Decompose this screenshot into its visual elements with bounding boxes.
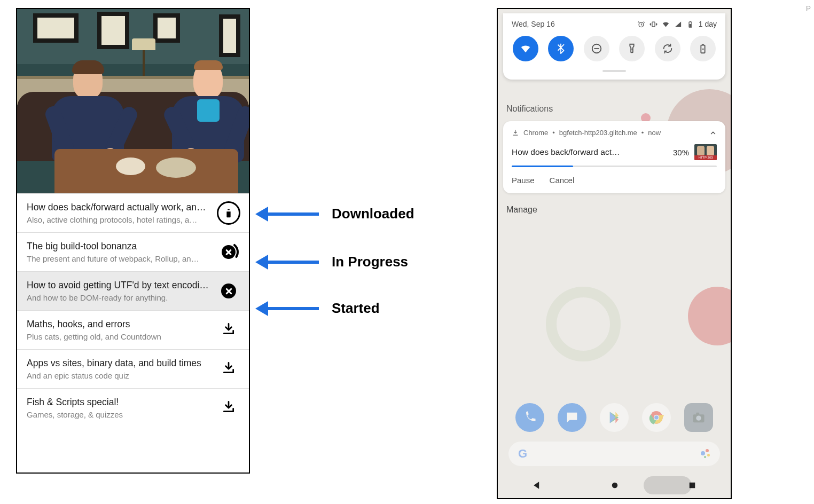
qs-tile-flashlight[interactable]: [619, 36, 645, 61]
episode-title: Apps vs sites, binary data, and build ti…: [27, 358, 212, 369]
google-search-bar[interactable]: G: [508, 442, 720, 466]
episode-subtitle: Games, storage, & quizzes: [27, 410, 212, 419]
wifi-icon: [662, 20, 670, 28]
system-nav-bar: [498, 472, 731, 498]
episode-row[interactable]: The big build-tool bonanzaThe present an…: [17, 232, 249, 271]
annotation-downloaded: Downloaded: [255, 206, 414, 222]
signal-icon: [674, 20, 682, 28]
episode-row[interactable]: Apps vs sites, binary data, and build ti…: [17, 349, 249, 388]
episode-list: How does back/forward actually work, an……: [17, 193, 249, 427]
episode-subtitle: And how to be DOM-ready for anything.: [27, 293, 212, 302]
podcast-app-screenshot: How does back/forward actually work, an……: [16, 8, 250, 474]
arrow-left-icon: [255, 207, 268, 222]
svg-rect-15: [696, 413, 700, 415]
svg-point-14: [696, 416, 701, 421]
download-icon[interactable]: [222, 322, 236, 338]
page-crop-marker: P: [806, 4, 811, 13]
chrome-app-icon[interactable]: [642, 403, 671, 432]
android-notification-screenshot: Wed, Sep 16 1 day Notifications Chrome •…: [497, 8, 732, 499]
episode-title: How does back/forward actually work, an…: [27, 202, 212, 213]
download-icon[interactable]: [222, 400, 236, 416]
annotation-label: Downloaded: [332, 206, 414, 222]
episode-title: The big build-tool bonanza: [27, 241, 212, 252]
battery-icon: [686, 20, 694, 28]
episode-subtitle: Plus cats, getting old, and Countdown: [27, 332, 212, 341]
episode-action[interactable]: [217, 357, 240, 381]
episode-row[interactable]: How to avoid getting UTF'd by text encod…: [17, 271, 249, 310]
svg-point-12: [654, 415, 659, 420]
vibrate-icon: [649, 20, 658, 28]
alarm-icon: [637, 20, 645, 28]
battery-text: 1 day: [699, 20, 717, 28]
qs-tile-wifi[interactable]: [513, 36, 538, 61]
svg-rect-4: [690, 21, 691, 21]
arrow-left-icon: [255, 255, 268, 270]
episode-action[interactable]: [217, 279, 240, 303]
download-notification[interactable]: Chrome • bgfetch-http203.glitch.me • now…: [503, 121, 725, 193]
delete-download-icon[interactable]: [217, 201, 240, 225]
svg-rect-5: [689, 23, 691, 27]
episode-subtitle: Also, active clothing protocols, hotel r…: [27, 215, 212, 224]
episode-action[interactable]: [217, 396, 240, 420]
qs-tile-dnd[interactable]: [584, 36, 609, 61]
svg-point-7: [631, 49, 632, 50]
nav-back-icon[interactable]: [531, 480, 542, 491]
panel-drag-handle[interactable]: [602, 70, 626, 72]
notification-time: now: [648, 129, 661, 137]
episode-row[interactable]: Fish & Scripts special!Games, storage, &…: [17, 388, 249, 427]
progress-bar: [512, 166, 717, 167]
phone-app-icon[interactable]: [515, 403, 544, 432]
notification-source: bgfetch-http203.glitch.me: [559, 129, 637, 137]
annotation-started: Started: [255, 300, 380, 317]
episode-row[interactable]: How does back/forward actually work, an……: [17, 193, 249, 232]
episode-action[interactable]: [217, 240, 240, 264]
download-icon: [512, 129, 519, 137]
notification-app: Chrome: [523, 129, 548, 137]
arrow-left-icon: [255, 301, 268, 316]
manage-button[interactable]: Manage: [503, 193, 725, 226]
episode-hero-image: [17, 9, 249, 193]
episode-subtitle: The present and future of webpack, Rollu…: [27, 254, 212, 263]
cancel-download-progress-icon[interactable]: [218, 241, 239, 263]
svg-point-16: [612, 483, 618, 489]
status-icons: 1 day: [637, 20, 717, 28]
nav-home-icon[interactable]: [610, 481, 620, 490]
annotation-label: Started: [332, 300, 380, 317]
episode-action[interactable]: [217, 318, 240, 342]
cancel-button[interactable]: Cancel: [550, 176, 575, 185]
episode-action[interactable]: [217, 201, 240, 225]
notification-title: How does back/forward act…: [512, 147, 668, 157]
chevron-up-icon[interactable]: [709, 129, 717, 137]
assistant-icon[interactable]: [701, 449, 710, 459]
svg-rect-9: [702, 44, 704, 45]
messages-app-icon[interactable]: [558, 403, 586, 432]
notification-thumbnail: [694, 144, 717, 160]
annotation-in-progress: In Progress: [255, 254, 408, 270]
episode-title: Fish & Scripts special!: [27, 397, 212, 408]
quick-settings-tiles: [512, 36, 717, 65]
camera-app-icon[interactable]: [684, 403, 713, 432]
home-dock: G: [508, 403, 720, 466]
play-store-icon[interactable]: [600, 403, 629, 432]
episode-title: How to avoid getting UTF'd by text encod…: [27, 280, 212, 291]
pause-button[interactable]: Pause: [512, 176, 535, 185]
qs-tile-battery-saver[interactable]: [690, 36, 716, 61]
qs-tile-bluetooth[interactable]: [548, 36, 574, 61]
annotation-label: In Progress: [332, 254, 408, 270]
episode-subtitle: And an epic status code quiz: [27, 371, 212, 380]
svg-rect-2: [652, 22, 655, 27]
qs-tile-rotate[interactable]: [655, 36, 680, 61]
notification-percent: 30%: [673, 148, 689, 157]
notifications-header: Notifications: [503, 100, 725, 121]
status-date: Wed, Sep 16: [512, 20, 555, 28]
download-icon[interactable]: [222, 361, 236, 377]
episode-title: Maths, hooks, and errors: [27, 319, 212, 330]
cancel-download-icon[interactable]: [221, 284, 236, 298]
google-logo: G: [518, 447, 527, 461]
episode-row[interactable]: Maths, hooks, and errorsPlus cats, getti…: [17, 310, 249, 349]
quick-settings-panel: Wed, Sep 16 1 day: [503, 13, 725, 80]
